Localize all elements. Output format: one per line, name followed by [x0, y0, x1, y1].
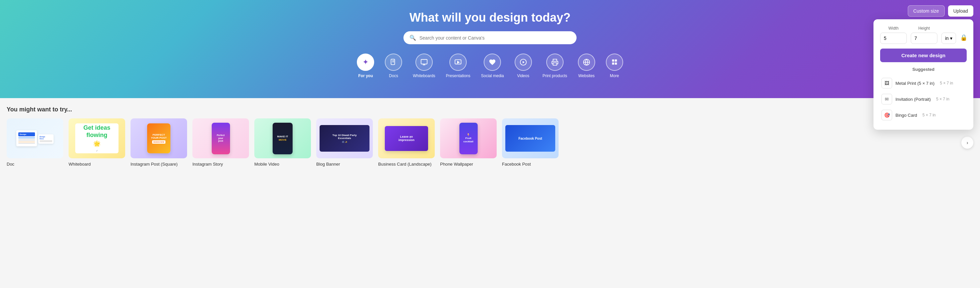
search-input[interactable]	[419, 35, 571, 41]
suggested-label: Suggested	[880, 67, 967, 72]
cards-row: Design DesignDocs	[7, 119, 973, 167]
category-for-you[interactable]: ✦ For you	[357, 54, 374, 78]
suggestion-bingo[interactable]: 🎯 Bingo Card 5 × 7 in	[880, 107, 967, 123]
card-whiteboard[interactable]: Get ideas flowing 🌟 ✓ Whiteboard	[68, 119, 125, 167]
biz-thumbnail: Leave animpression	[378, 119, 435, 158]
websites-label: Websites	[578, 73, 595, 78]
hero-section: Custom size Upload What will you design …	[0, 0, 980, 98]
for-you-label: For you	[358, 73, 373, 78]
for-you-icon: ✦	[357, 54, 374, 71]
create-new-design-button[interactable]: Create new design	[880, 49, 967, 62]
top-buttons: Custom size Upload	[908, 5, 973, 17]
width-group: Width	[880, 26, 907, 44]
social-media-label: Social media	[481, 73, 504, 78]
svg-rect-15	[612, 63, 614, 65]
svg-marker-9	[523, 61, 525, 63]
height-label: Height	[911, 26, 937, 31]
custom-size-button[interactable]: Custom size	[908, 5, 945, 17]
card-mobile-video[interactable]: MAKE ITMOVE Mobile Video	[254, 119, 311, 167]
insta-sq-label: Instagram Post (Square)	[130, 161, 178, 167]
svg-rect-10	[553, 63, 557, 65]
dimensions-row: Width Height u in ▾ 🔒	[880, 26, 967, 44]
svg-rect-13	[612, 60, 614, 62]
card-instagram-story[interactable]: Perfectyourpost Instagram Story	[192, 119, 249, 167]
metal-print-icon: 🖼	[881, 78, 892, 89]
print-icon	[546, 54, 563, 71]
svg-rect-16	[615, 63, 617, 65]
fb-label: Facebook Post	[502, 161, 531, 167]
doc-label: Doc	[7, 161, 14, 167]
category-social-media[interactable]: Social media	[481, 54, 504, 78]
chevron-down-icon: ▾	[950, 36, 952, 41]
insta-story-label: Instagram Story	[192, 161, 223, 167]
card-instagram-square[interactable]: PERFECTYOUR POST DESIGN NOW Instagram Po…	[130, 119, 187, 167]
social-media-icon	[484, 54, 501, 71]
category-print[interactable]: Print products	[542, 54, 567, 78]
lock-icon[interactable]: 🔒	[960, 34, 967, 41]
presentations-icon	[449, 54, 467, 71]
categories-row: ✦ For you Docs Whiteboards Presentations	[7, 54, 973, 78]
mobile-vid-label: Mobile Video	[254, 161, 279, 167]
cards-container: Design DesignDocs	[7, 119, 973, 167]
suggestion-metal-print[interactable]: 🖼 Metal Print (5 × 7 in) 5 × 7 in	[880, 75, 967, 91]
phone-wp-thumbnail: 🍹Fruitcocktail	[440, 119, 497, 158]
print-label: Print products	[542, 73, 567, 78]
category-videos[interactable]: Videos	[515, 54, 532, 78]
scroll-right-arrow[interactable]: ›	[961, 137, 973, 149]
blog-label: Blog Banner	[316, 161, 340, 167]
docs-label: Docs	[389, 73, 398, 78]
videos-label: Videos	[517, 73, 529, 78]
category-presentations[interactable]: Presentations	[446, 54, 470, 78]
height-input[interactable]	[911, 33, 937, 44]
metal-print-name: Metal Print (5 × 7 in)	[896, 81, 934, 86]
phone-wp-label: Phone Wallpaper	[440, 161, 473, 167]
svg-rect-14	[615, 60, 617, 62]
fb-thumbnail: Facebook Post	[502, 119, 558, 158]
card-doc[interactable]: Design DesignDocs	[7, 119, 63, 167]
bingo-icon: 🎯	[881, 110, 892, 120]
main-content: You might want to try... Design	[0, 98, 980, 175]
card-business-card[interactable]: Leave animpression Business Card (Landsc…	[378, 119, 435, 167]
custom-size-panel: Width Height u in ▾ 🔒 Create new design …	[873, 19, 973, 130]
mobile-vid-thumbnail: MAKE ITMOVE	[254, 119, 311, 158]
search-bar: 🔍	[403, 31, 577, 44]
width-input[interactable]	[880, 33, 907, 44]
docs-icon	[385, 54, 402, 71]
bingo-name: Bingo Card	[896, 113, 917, 118]
whiteboard-thumbnail: Get ideas flowing 🌟 ✓	[68, 119, 125, 158]
bingo-size: 5 × 7 in	[923, 113, 936, 117]
blog-thumbnail: Top 10 Diwali PartyEssentials 🎆 ✨	[316, 119, 373, 158]
unit-group: u in ▾	[941, 26, 956, 44]
svg-marker-7	[457, 61, 460, 63]
more-label: More	[610, 73, 619, 78]
search-icon: 🔍	[409, 35, 416, 41]
presentations-label: Presentations	[446, 73, 470, 78]
unit-select[interactable]: in ▾	[941, 33, 956, 44]
upload-button[interactable]: Upload	[948, 5, 973, 17]
hero-title: What will you design today?	[7, 11, 973, 25]
biz-label: Business Card (Landscape)	[378, 161, 431, 167]
insta-sq-thumbnail: PERFECTYOUR POST DESIGN NOW	[130, 119, 187, 158]
invitation-size: 5 × 7 in	[936, 97, 950, 101]
height-group: Height	[911, 26, 937, 44]
more-icon	[606, 54, 623, 71]
whiteboards-icon	[415, 54, 433, 71]
doc-thumbnail: Design DesignDocs	[7, 119, 63, 158]
suggestion-invitation[interactable]: ✉ Invitation (Portrait) 5 × 7 in	[880, 91, 967, 107]
category-docs[interactable]: Docs	[385, 54, 402, 78]
invitation-name: Invitation (Portrait)	[896, 97, 931, 102]
svg-rect-3	[421, 60, 427, 64]
category-whiteboards[interactable]: Whiteboards	[413, 54, 435, 78]
unit-value: in	[945, 36, 949, 41]
insta-story-thumbnail: Perfectyourpost	[192, 119, 249, 158]
websites-icon	[578, 54, 595, 71]
card-facebook-post[interactable]: Facebook Post Facebook Post	[502, 119, 558, 167]
category-more[interactable]: More	[606, 54, 623, 78]
category-websites[interactable]: Websites	[578, 54, 595, 78]
section-title: You might want to try...	[7, 106, 973, 113]
invitation-icon: ✉	[881, 94, 892, 104]
card-phone-wallpaper[interactable]: 🍹Fruitcocktail Phone Wallpaper	[440, 119, 497, 167]
videos-icon	[515, 54, 532, 71]
whiteboard-label: Whiteboard	[68, 161, 91, 167]
card-blog-banner[interactable]: Top 10 Diwali PartyEssentials 🎆 ✨ Blog B…	[316, 119, 373, 167]
